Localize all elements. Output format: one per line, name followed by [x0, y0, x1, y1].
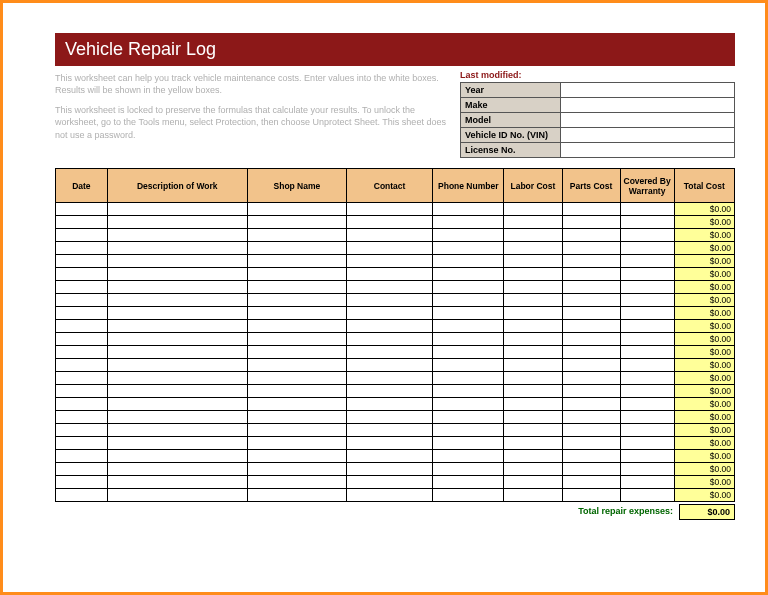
- cell-input[interactable]: [433, 489, 504, 502]
- cell-input[interactable]: [56, 346, 108, 359]
- cell-input[interactable]: [346, 424, 432, 437]
- cell-input[interactable]: [346, 255, 432, 268]
- cell-input[interactable]: [56, 255, 108, 268]
- cell-input[interactable]: [247, 242, 346, 255]
- cell-input[interactable]: [562, 463, 620, 476]
- cell-input[interactable]: [56, 437, 108, 450]
- cell-input[interactable]: [504, 255, 562, 268]
- cell-input[interactable]: [433, 476, 504, 489]
- cell-input[interactable]: [107, 294, 247, 307]
- cell-input[interactable]: [107, 411, 247, 424]
- cell-input[interactable]: [346, 203, 432, 216]
- cell-input[interactable]: [346, 463, 432, 476]
- cell-input[interactable]: [107, 385, 247, 398]
- cell-input[interactable]: [620, 424, 674, 437]
- cell-input[interactable]: [620, 437, 674, 450]
- cell-input[interactable]: [346, 398, 432, 411]
- cell-input[interactable]: [433, 385, 504, 398]
- cell-input[interactable]: [56, 476, 108, 489]
- cell-input[interactable]: [107, 203, 247, 216]
- cell-input[interactable]: [346, 268, 432, 281]
- cell-input[interactable]: [504, 216, 562, 229]
- cell-input[interactable]: [620, 359, 674, 372]
- cell-input[interactable]: [56, 359, 108, 372]
- cell-input[interactable]: [107, 450, 247, 463]
- cell-input[interactable]: [56, 203, 108, 216]
- cell-input[interactable]: [247, 294, 346, 307]
- cell-input[interactable]: [562, 489, 620, 502]
- cell-input[interactable]: [247, 216, 346, 229]
- cell-input[interactable]: [56, 398, 108, 411]
- cell-input[interactable]: [107, 359, 247, 372]
- cell-input[interactable]: [562, 346, 620, 359]
- cell-input[interactable]: [247, 281, 346, 294]
- cell-input[interactable]: [107, 398, 247, 411]
- cell-input[interactable]: [247, 320, 346, 333]
- cell-input[interactable]: [433, 203, 504, 216]
- cell-input[interactable]: [504, 268, 562, 281]
- cell-input[interactable]: [247, 346, 346, 359]
- cell-input[interactable]: [562, 437, 620, 450]
- cell-input[interactable]: [504, 411, 562, 424]
- cell-input[interactable]: [346, 346, 432, 359]
- cell-input[interactable]: [433, 320, 504, 333]
- cell-input[interactable]: [56, 411, 108, 424]
- cell-input[interactable]: [433, 346, 504, 359]
- cell-input[interactable]: [346, 307, 432, 320]
- cell-input[interactable]: [107, 424, 247, 437]
- cell-input[interactable]: [504, 489, 562, 502]
- cell-input[interactable]: [504, 424, 562, 437]
- cell-input[interactable]: [346, 450, 432, 463]
- cell-input[interactable]: [346, 372, 432, 385]
- cell-input[interactable]: [107, 281, 247, 294]
- cell-input[interactable]: [107, 476, 247, 489]
- cell-input[interactable]: [433, 372, 504, 385]
- cell-input[interactable]: [620, 385, 674, 398]
- cell-input[interactable]: [56, 463, 108, 476]
- cell-input[interactable]: [620, 333, 674, 346]
- cell-input[interactable]: [346, 476, 432, 489]
- cell-input[interactable]: [620, 346, 674, 359]
- cell-input[interactable]: [562, 424, 620, 437]
- cell-input[interactable]: [504, 450, 562, 463]
- cell-input[interactable]: [346, 320, 432, 333]
- cell-input[interactable]: [620, 411, 674, 424]
- cell-input[interactable]: [620, 489, 674, 502]
- cell-input[interactable]: [562, 333, 620, 346]
- cell-input[interactable]: [504, 281, 562, 294]
- cell-input[interactable]: [433, 216, 504, 229]
- cell-input[interactable]: [620, 216, 674, 229]
- cell-input[interactable]: [346, 333, 432, 346]
- cell-input[interactable]: [107, 372, 247, 385]
- cell-input[interactable]: [562, 294, 620, 307]
- cell-input[interactable]: [504, 476, 562, 489]
- cell-input[interactable]: [346, 359, 432, 372]
- cell-input[interactable]: [433, 255, 504, 268]
- cell-input[interactable]: [56, 216, 108, 229]
- cell-input[interactable]: [504, 333, 562, 346]
- cell-input[interactable]: [504, 307, 562, 320]
- cell-input[interactable]: [247, 372, 346, 385]
- cell-input[interactable]: [247, 476, 346, 489]
- cell-input[interactable]: [56, 320, 108, 333]
- cell-input[interactable]: [562, 203, 620, 216]
- cell-input[interactable]: [346, 437, 432, 450]
- cell-input[interactable]: [346, 385, 432, 398]
- cell-input[interactable]: [433, 333, 504, 346]
- info-value-license[interactable]: [561, 143, 735, 158]
- cell-input[interactable]: [247, 229, 346, 242]
- cell-input[interactable]: [56, 424, 108, 437]
- cell-input[interactable]: [620, 463, 674, 476]
- cell-input[interactable]: [562, 281, 620, 294]
- cell-input[interactable]: [504, 437, 562, 450]
- cell-input[interactable]: [620, 229, 674, 242]
- cell-input[interactable]: [562, 359, 620, 372]
- cell-input[interactable]: [107, 229, 247, 242]
- cell-input[interactable]: [504, 385, 562, 398]
- cell-input[interactable]: [620, 398, 674, 411]
- cell-input[interactable]: [107, 489, 247, 502]
- cell-input[interactable]: [620, 268, 674, 281]
- cell-input[interactable]: [107, 307, 247, 320]
- cell-input[interactable]: [247, 203, 346, 216]
- cell-input[interactable]: [433, 359, 504, 372]
